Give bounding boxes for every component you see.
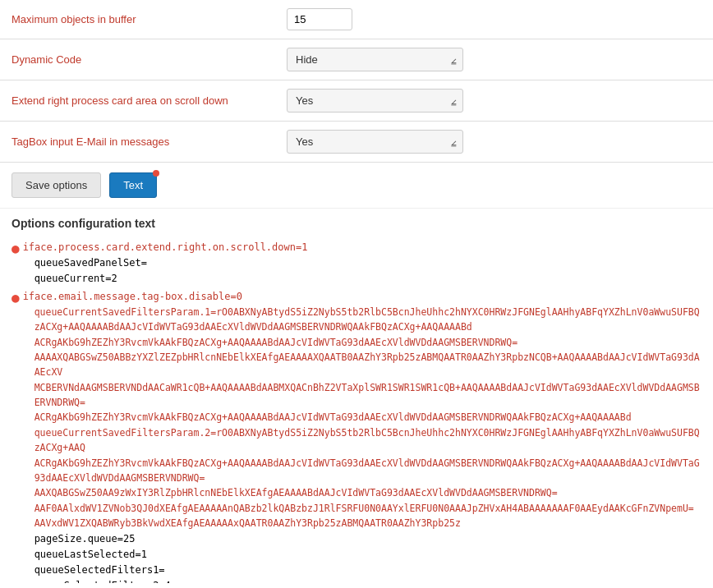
text-button-indicator xyxy=(153,170,159,177)
extend-scroll-dropdown-wrapper: Yes No ⦤ xyxy=(287,89,463,113)
config-line-current: queueCurrent=2 xyxy=(23,271,702,287)
config-line-panel: queueSavedPanelSet= xyxy=(23,255,702,271)
config-line-long-5: ACRgAKbG9hZEZhY3RvcmVkAAkFBQzACXg+AAQAAA… xyxy=(23,410,702,425)
settings-table: Maximum objects in buffer Dynamic Code H… xyxy=(0,0,713,163)
config-line-pagesize: pageSize.queue=25 xyxy=(23,531,702,547)
tagbox-select[interactable]: Yes No xyxy=(287,130,463,154)
config-line-text-1: iface.process.card.extend.right.on.scrol… xyxy=(23,240,702,255)
setting-value-extend-scroll: Yes No ⦤ xyxy=(275,80,475,122)
setting-value-tagbox: Yes No ⦤ xyxy=(275,122,475,163)
objects-input[interactable] xyxy=(287,8,352,30)
config-title: Options configuration text xyxy=(12,217,702,230)
setting-label-objects: Maximum objects in buffer xyxy=(0,0,275,39)
dynamic-code-select[interactable]: Hide Show xyxy=(287,48,463,71)
save-options-button[interactable]: Save options xyxy=(12,172,101,198)
setting-label-dynamic-code: Dynamic Code xyxy=(0,39,275,80)
bullet-icon-1: ● xyxy=(12,240,20,258)
setting-row-dynamic-code: Dynamic Code Hide Show ⦤ xyxy=(0,39,713,80)
bullet-icon-2: ● xyxy=(12,289,20,307)
config-text-area: ● iface.process.card.extend.right.on.scr… xyxy=(12,238,702,583)
setting-value-dynamic-code: Hide Show ⦤ xyxy=(275,39,475,80)
config-line-long-8: AAXQABGSwZ50AA9zWxIY3RlZpbHRlcnNEbElkXEA… xyxy=(23,485,702,500)
setting-value-objects xyxy=(275,0,475,39)
config-line-long-1: queueCurrentSavedFiltersParam.1=rO0ABXNy… xyxy=(23,305,702,335)
text-button[interactable]: Text xyxy=(109,172,157,198)
setting-row-extend-scroll: Extend right process card area on scroll… xyxy=(0,80,713,122)
config-line-long-4: MCBERVNdAAGMSBERVNDdAACaWR1cQB+AAQAAAABd… xyxy=(23,380,702,411)
setting-row-objects: Maximum objects in buffer xyxy=(0,0,713,39)
config-section: Options configuration text ● iface.proce… xyxy=(0,209,713,588)
extend-scroll-select[interactable]: Yes No xyxy=(287,89,463,113)
config-line-2: ● iface.email.message.tag-box.disable=0 … xyxy=(12,289,702,583)
text-button-label: Text xyxy=(123,179,143,191)
config-line-long-6: queueCurrentSavedFiltersParam.2=rO0ABXNy… xyxy=(23,425,702,456)
config-line-lastselected: queueLastSelected=1 xyxy=(23,547,702,563)
config-line-1: ● iface.process.card.extend.right.on.scr… xyxy=(12,240,702,287)
config-line-selectedfilters1: queueSelectedFilters1= xyxy=(23,563,702,578)
config-line-long-10: AAVxdWV1ZXQABWRyb3BkVwdXEAfgAEAAAAAxQAAT… xyxy=(23,516,702,531)
config-line-long-3: AAAAXQABGSwZ50ABBzYXZlZEZpbHRlcnNEbElkXE… xyxy=(23,350,702,380)
config-line-long-9: AAF0AAlxdWV1ZVNob3QJ0dXEAfgAEAAAAAnQABzb… xyxy=(23,501,702,516)
config-line-long-2: ACRgAKbG9hZEZhY3RvcmVkAAkFBQzACXg+AAQAAA… xyxy=(23,335,702,350)
setting-label-tagbox: TagBox input E-Mail in messages xyxy=(0,122,275,163)
config-lines: ● iface.process.card.extend.right.on.scr… xyxy=(12,240,702,583)
config-line-selectedfilters2: queueSelectedFilters2=4 xyxy=(23,578,702,583)
toolbar: Save options Text xyxy=(0,163,713,209)
setting-label-extend-scroll: Extend right process card area on scroll… xyxy=(0,80,275,122)
dynamic-code-dropdown-wrapper: Hide Show ⦤ xyxy=(287,48,463,71)
config-line-long-7: ACRgAKbG9hZEZhY3RvcmVkAAkFBQzACXg+AAQAAA… xyxy=(23,456,702,486)
config-line-text-2: iface.email.message.tag-box.disable=0 xyxy=(23,289,702,305)
setting-row-tagbox: TagBox input E-Mail in messages Yes No ⦤ xyxy=(0,122,713,163)
tagbox-dropdown-wrapper: Yes No ⦤ xyxy=(287,130,463,154)
